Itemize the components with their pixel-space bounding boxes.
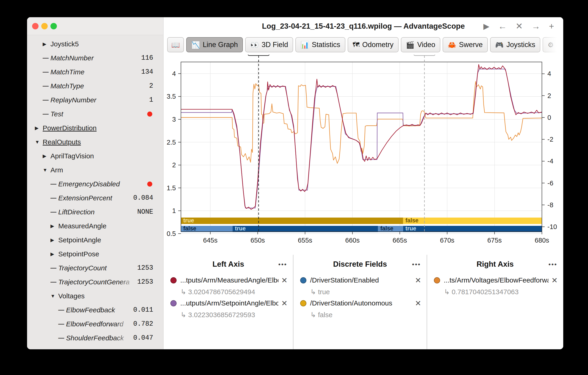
right-tick-label: -10: [547, 223, 557, 230]
label-fade: [115, 320, 131, 328]
legend-ellipsis-menu[interactable]: •••: [548, 261, 557, 268]
sidebar-item-label: LiftDirection: [58, 208, 135, 216]
sidebar-item-liftdirection[interactable]: —LiftDirectionNONE: [27, 205, 163, 219]
forward-button[interactable]: →: [532, 22, 540, 31]
chevron-collapsed-icon[interactable]: ▶: [51, 223, 58, 229]
series-color-dot: [170, 277, 177, 283]
discrete-bar-segment[interactable]: [403, 218, 542, 224]
discrete-bar-segment[interactable]: [403, 226, 542, 232]
sidebar-item-emergencydisabled[interactable]: —EmergencyDisabled: [27, 177, 163, 191]
close-window-button[interactable]: [32, 23, 39, 29]
tab-docs[interactable]: 📖: [167, 37, 184, 52]
sidebar-item-elbowfeedforward[interactable]: —ElbowFeedforward0.782: [27, 317, 163, 331]
close-button[interactable]: ✕: [515, 22, 523, 31]
tab-label: Joysticks: [506, 41, 535, 49]
sidebar-item-replaynumber[interactable]: —ReplayNumber1: [27, 93, 163, 107]
tab-statistics[interactable]: 📊Statistics: [295, 37, 345, 52]
sidebar-item-realoutputs[interactable]: ▼RealOutputs: [27, 135, 163, 149]
sidebar-item-test[interactable]: —Test: [27, 107, 163, 121]
sidebar-item-setpointangle[interactable]: ▶SetpointAngle: [27, 233, 163, 247]
chevron-collapsed-icon[interactable]: ▶: [43, 153, 51, 159]
legend-ellipsis-menu[interactable]: •••: [412, 261, 421, 268]
sidebar-item-joystick5[interactable]: ▶Joystick5: [27, 37, 163, 51]
leaf-dash-icon: —: [51, 194, 58, 202]
sidebar-item-trajectorycount[interactable]: —TrajectoryCount1253: [27, 261, 163, 275]
x-tick-label: 670s: [440, 237, 454, 244]
chevron-collapsed-icon[interactable]: ▶: [35, 125, 43, 131]
chevron-collapsed-icon[interactable]: ▶: [51, 251, 58, 257]
sidebar-item-powerdistribution[interactable]: ▶PowerDistribution: [27, 121, 163, 135]
legend-item-list: ...tputs/Arm/MeasuredAngle/Elbow✕↳ 3.020…: [164, 274, 293, 320]
series-color-dot: [300, 300, 306, 306]
remove-field-button[interactable]: ✕: [278, 299, 288, 308]
tab-video[interactable]: 🎬Video: [401, 37, 440, 52]
remove-field-button[interactable]: ✕: [548, 276, 558, 285]
add-button[interactable]: +: [549, 22, 554, 31]
legend-item[interactable]: ...tputs/Arm/MeasuredAngle/Elbow✕: [164, 274, 293, 286]
sidebar-item-voltages[interactable]: ▼Voltages: [27, 289, 163, 303]
field-value: 2: [147, 82, 163, 90]
tab-label: Odometry: [362, 41, 394, 49]
label-fade: [119, 278, 135, 286]
sidebar-item-matchnumber[interactable]: —MatchNumber116: [27, 51, 163, 65]
discrete-bar-label: false: [405, 217, 419, 224]
discrete-bar-segment[interactable]: [181, 218, 403, 224]
sidebar-item-setpointpose[interactable]: ▶SetpointPose: [27, 247, 163, 261]
app-window: ▶Joystick5—MatchNumber116—MatchTime134—M…: [27, 17, 563, 349]
zoom-window-button[interactable]: [51, 23, 57, 29]
tab-label: Statistics: [312, 41, 340, 49]
chevron-expanded-icon[interactable]: ▼: [43, 167, 51, 173]
sidebar-item-elbowfeedback[interactable]: —ElbowFeedback0.011: [27, 303, 163, 317]
sidebar-item-label: SetpointPose: [58, 250, 163, 258]
right-tick-label: -6: [547, 180, 553, 187]
field-value: 0.084: [131, 194, 163, 202]
sidebar-item-matchtype[interactable]: —MatchType2: [27, 79, 163, 93]
chevron-collapsed-icon[interactable]: ▶: [51, 237, 58, 243]
remove-field-button[interactable]: ✕: [278, 276, 288, 285]
left-tick-label: 0.5: [167, 230, 176, 237]
legend-item[interactable]: /DriverStation/Autonomous✕: [293, 297, 427, 309]
right-tick-label: -4: [547, 157, 553, 165]
tab-joysticks[interactable]: 🎮Joysticks: [490, 37, 540, 52]
sidebar-item-matchtime[interactable]: —MatchTime134: [27, 65, 163, 79]
remove-field-button[interactable]: ✕: [412, 299, 421, 308]
legend-item[interactable]: ...ts/Arm/Voltages/ElbowFeedforward✕: [427, 274, 563, 286]
sidebar-item-measuredangle[interactable]: ▶MeasuredAngle: [27, 219, 163, 233]
discrete-bar-label: true: [183, 217, 194, 224]
titlebar: Log_23-04-21_15-41-23_q116.wpilog — Adva…: [164, 17, 563, 35]
legend-ellipsis-menu[interactable]: •••: [278, 261, 287, 268]
chevron-expanded-icon[interactable]: ▼: [51, 293, 58, 299]
sidebar: ▶Joystick5—MatchNumber116—MatchTime134—M…: [27, 17, 164, 349]
play-button[interactable]: ▶: [483, 22, 489, 30]
sidebar-item-extensionpercent[interactable]: —ExtensionPercent0.084: [27, 191, 163, 205]
sidebar-item-label: Joystick5: [51, 40, 163, 48]
x-tick-label: 645s: [203, 237, 218, 244]
discrete-bar-segment[interactable]: [232, 226, 378, 232]
minimize-window-button[interactable]: [41, 23, 48, 29]
right-tick-label: -2: [547, 136, 553, 143]
legend-column-title: Discrete Fields: [293, 260, 427, 268]
legend-item-label: /DriverStation/Autonomous: [310, 299, 412, 307]
sidebar-item-arm[interactable]: ▼Arm: [27, 163, 163, 177]
legend-item[interactable]: ...utputs/Arm/SetpointAngle/Elbow✕: [164, 297, 293, 309]
tab-line-graph[interactable]: 📉Line Graph: [186, 37, 243, 52]
line-graph-plot[interactable]: truefalsefalsetruefalsetrue43.532.521.51…: [164, 55, 563, 255]
field-value: NONE: [135, 208, 163, 216]
sidebar-item-trajectorycountgenera[interactable]: —TrajectoryCountGenera1253: [27, 275, 163, 289]
right-tick-label: 0: [547, 114, 551, 121]
leaf-dash-icon: —: [51, 208, 58, 215]
selected-time-box[interactable]: [248, 55, 269, 55]
tab-odometry[interactable]: 🗺Odometry: [348, 37, 399, 52]
sidebar-item-label: SetpointAngle: [58, 236, 163, 244]
remove-field-button[interactable]: ✕: [412, 276, 421, 285]
sidebar-item-apriltagvision[interactable]: ▶AprilTagVision: [27, 149, 163, 163]
leaf-dash-icon: —: [43, 110, 51, 118]
tab-swerve[interactable]: 🦀Swerve: [443, 37, 488, 52]
back-button[interactable]: ←: [498, 22, 507, 31]
tab-3d-field[interactable]: 👀3D Field: [245, 37, 293, 52]
chevron-collapsed-icon[interactable]: ▶: [43, 41, 51, 47]
sidebar-item-shoulderfeedback[interactable]: —ShoulderFeedback0.047: [27, 331, 163, 345]
hovered-time-box[interactable]: [414, 55, 435, 55]
chevron-expanded-icon[interactable]: ▼: [35, 139, 43, 145]
legend-item[interactable]: /DriverStation/Enabled✕: [293, 274, 427, 286]
